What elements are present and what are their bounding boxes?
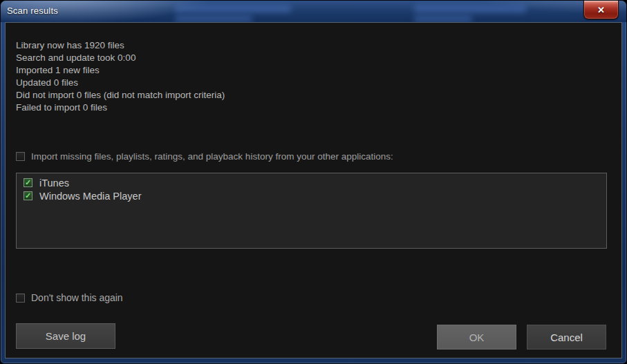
import-missing-row[interactable]: Import missing files, playlists, ratings… — [16, 151, 393, 162]
background-window-blur — [414, 16, 472, 22]
save-log-button[interactable]: Save log — [16, 323, 115, 349]
windows-media-player-checkbox[interactable]: ✓ — [24, 191, 32, 200]
summary-line: Failed to import 0 files — [16, 102, 225, 114]
list-item-label: iTunes — [39, 178, 69, 189]
background-window-blur — [175, 5, 291, 12]
summary-line: Updated 0 files — [16, 77, 225, 89]
summary-line: Library now has 1920 files — [16, 39, 225, 52]
summary-line: Search and update took 0:00 — [16, 52, 225, 64]
background-window-blur — [414, 5, 526, 12]
dont-show-label: Don't show this again — [31, 292, 123, 303]
list-item-itunes[interactable]: ✓ iTunes — [17, 176, 606, 189]
titlebar[interactable]: Scan results ✕ — [1, 1, 626, 22]
list-item-windows-media-player[interactable]: ✓ Windows Media Player — [17, 189, 606, 202]
applications-listbox[interactable]: ✓ iTunes ✓ Windows Media Player — [16, 173, 607, 249]
summary-line: Imported 1 new files — [16, 64, 225, 77]
list-item-label: Windows Media Player — [39, 191, 141, 202]
cancel-button[interactable]: Cancel — [527, 325, 606, 349]
itunes-checkbox[interactable]: ✓ — [24, 178, 32, 187]
import-missing-label: Import missing files, playlists, ratings… — [31, 151, 393, 162]
close-icon: ✕ — [597, 6, 605, 15]
scan-summary: Library now has 1920 files Search and up… — [16, 39, 225, 114]
dont-show-checkbox[interactable] — [16, 294, 25, 303]
scan-results-dialog: Scan results ✕ Library now has 1920 file… — [0, 0, 627, 364]
import-missing-checkbox[interactable] — [16, 152, 25, 161]
dialog-body: Library now has 1920 files Search and up… — [5, 22, 622, 358]
dialog-title: Scan results — [7, 6, 58, 16]
ok-button[interactable]: OK — [437, 325, 516, 349]
background-window-blur — [175, 16, 252, 22]
screen: Scan results ✕ Library now has 1920 file… — [0, 0, 627, 364]
check-icon: ✓ — [25, 179, 31, 186]
check-icon: ✓ — [25, 192, 31, 200]
summary-line: Did not import 0 files (did not match im… — [16, 89, 225, 102]
close-button[interactable]: ✕ — [583, 1, 619, 19]
dont-show-row[interactable]: Don't show this again — [16, 292, 123, 303]
